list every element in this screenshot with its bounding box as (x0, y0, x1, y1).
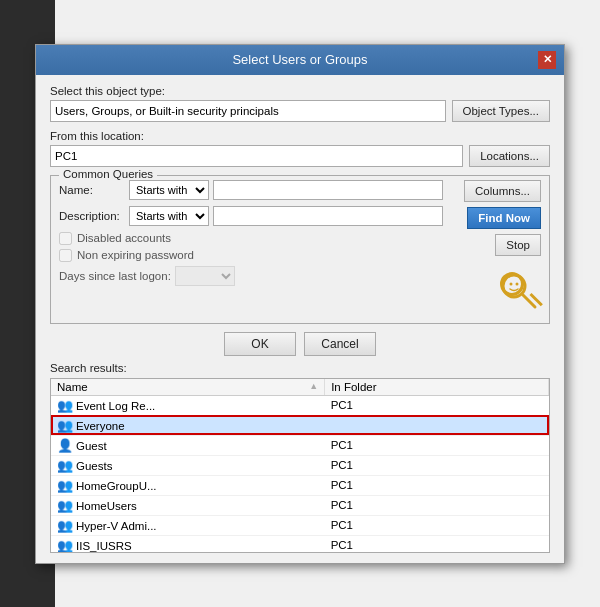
search-icon-box (497, 269, 541, 313)
columns-button[interactable]: Columns... (464, 180, 541, 202)
table-cell-name: 👥Guests (51, 455, 325, 475)
days-select[interactable] (175, 266, 235, 286)
find-now-button[interactable]: Find Now (467, 207, 541, 229)
non-expiring-checkbox[interactable] (59, 249, 72, 262)
table-row[interactable]: 👥HomeUsersPC1 (51, 495, 549, 515)
table-cell-name: 👥Everyone (51, 415, 325, 435)
name-starts-with-select[interactable]: Starts with Is Ends with Contains (129, 180, 209, 200)
dialog-title: Select Users or Groups (62, 52, 538, 67)
object-types-button[interactable]: Object Types... (452, 100, 551, 122)
svg-point-2 (510, 282, 513, 285)
dialog-body: Select this object type: Object Types...… (36, 75, 564, 563)
locations-button[interactable]: Locations... (469, 145, 550, 167)
ok-cancel-row: OK Cancel (50, 332, 550, 356)
days-label: Days since last logon: (59, 270, 171, 282)
table-row[interactable]: 👥Everyone (51, 415, 549, 435)
common-queries-groupbox: Common Queries Name: Starts with Is Ends… (50, 175, 550, 324)
col-name-header: Name ▲ (51, 379, 325, 396)
non-expiring-label: Non expiring password (77, 249, 194, 261)
table-row[interactable]: 👥GuestsPC1 (51, 455, 549, 475)
ok-button[interactable]: OK (224, 332, 296, 356)
search-icon (500, 272, 538, 310)
svg-point-0 (503, 275, 525, 297)
table-cell-folder: PC1 (325, 515, 549, 535)
table-cell-name: 👥Hyper-V Admi... (51, 515, 325, 535)
object-type-label: Select this object type: (50, 85, 550, 97)
close-button[interactable]: ✕ (538, 51, 556, 69)
object-type-row: Object Types... (50, 100, 550, 122)
col-folder-header: In Folder (325, 379, 549, 396)
desc-query-label: Description: (59, 210, 129, 222)
table-cell-name: 👥Event Log Re... (51, 395, 325, 415)
select-users-dialog: Select Users or Groups ✕ Select this obj… (35, 44, 565, 564)
disabled-accounts-checkbox[interactable] (59, 232, 72, 245)
dialog-titlebar: Select Users or Groups ✕ (36, 45, 564, 75)
cancel-button[interactable]: Cancel (304, 332, 376, 356)
table-cell-name: 👤Guest (51, 435, 325, 455)
table-cell-folder: PC1 (325, 435, 549, 455)
results-table-wrapper[interactable]: Name ▲ In Folder 👥Event Log Re...PC1👥Eve… (50, 378, 550, 553)
table-row[interactable]: 👥IIS_IUSRSPC1 (51, 535, 549, 553)
days-row: Days since last logon: (59, 266, 443, 286)
table-cell-folder: PC1 (325, 455, 549, 475)
svg-line-1 (523, 295, 535, 307)
disabled-accounts-row: Disabled accounts (59, 232, 443, 245)
name-query-input[interactable] (213, 180, 443, 200)
desc-query-row: Description: Starts with Is Ends with Co… (59, 206, 443, 226)
queries-right: Columns... Find Now Stop (451, 180, 541, 313)
name-query-label: Name: (59, 184, 129, 196)
stop-button[interactable]: Stop (495, 234, 541, 256)
table-cell-name: 👥IIS_IUSRS (51, 535, 325, 553)
groupbox-legend: Common Queries (59, 168, 157, 180)
table-row[interactable]: 👥Hyper-V Admi...PC1 (51, 515, 549, 535)
desc-query-input[interactable] (213, 206, 443, 226)
results-label: Search results: (50, 362, 550, 374)
table-row[interactable]: 👤GuestPC1 (51, 435, 549, 455)
table-cell-folder: PC1 (325, 495, 549, 515)
table-cell-folder: PC1 (325, 475, 549, 495)
table-cell-folder (325, 415, 549, 435)
disabled-accounts-label: Disabled accounts (77, 232, 171, 244)
table-row[interactable]: 👥HomeGroupU...PC1 (51, 475, 549, 495)
name-query-row: Name: Starts with Is Ends with Contains (59, 180, 443, 200)
location-label: From this location: (50, 130, 550, 142)
queries-area: Name: Starts with Is Ends with Contains … (59, 180, 541, 313)
results-table: Name ▲ In Folder 👥Event Log Re...PC1👥Eve… (51, 379, 549, 553)
table-cell-name: 👥HomeGroupU... (51, 475, 325, 495)
location-row: Locations... (50, 145, 550, 167)
queries-left: Name: Starts with Is Ends with Contains … (59, 180, 443, 313)
svg-point-3 (516, 282, 519, 285)
non-expiring-row: Non expiring password (59, 249, 443, 262)
desc-starts-with-select[interactable]: Starts with Is Ends with Contains (129, 206, 209, 226)
table-cell-folder: PC1 (325, 535, 549, 553)
table-cell-folder: PC1 (325, 395, 549, 415)
location-input[interactable] (50, 145, 463, 167)
table-row[interactable]: 👥Event Log Re...PC1 (51, 395, 549, 415)
object-type-input[interactable] (50, 100, 446, 122)
table-cell-name: 👥HomeUsers (51, 495, 325, 515)
